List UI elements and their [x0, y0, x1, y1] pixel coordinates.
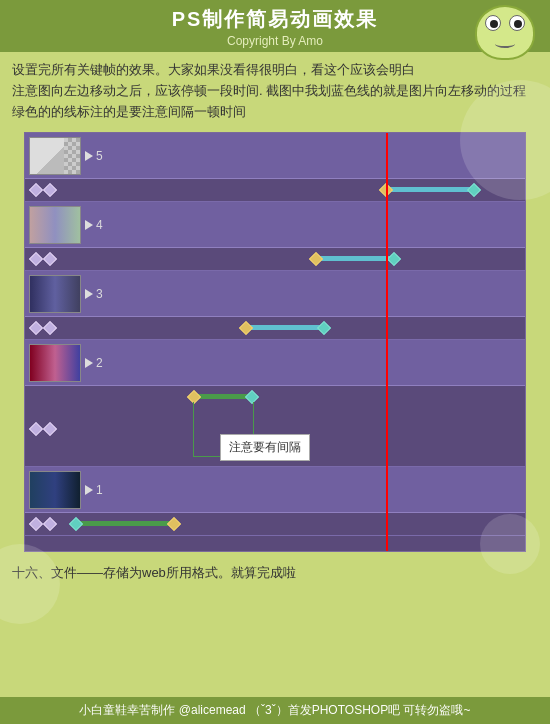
layer-1-triangle[interactable]: [85, 485, 93, 495]
layer-2-diamond-left-1[interactable]: [29, 422, 43, 436]
layer-2-diamond-end[interactable]: [245, 390, 259, 404]
layer-4-diamond-end[interactable]: [387, 252, 401, 266]
layer-3-diamond-left-1[interactable]: [29, 321, 43, 335]
bottom-bar-text: 小白童鞋幸苦制作 @alicemead （ˇ3ˇ）首发PHOTOSHOP吧 可转…: [79, 703, 470, 717]
layer-5-diamond-end[interactable]: [467, 183, 481, 197]
layer-row-1: 1: [25, 467, 525, 536]
layer-row-4: 4: [25, 202, 525, 271]
layer-3-bar: [245, 325, 325, 330]
layer-1-diamond-left-1[interactable]: [29, 517, 43, 531]
layer-1-diamond-start[interactable]: [69, 517, 83, 531]
timeline-container: 5 4: [24, 132, 526, 552]
layer-3-diamond-start[interactable]: [239, 321, 253, 335]
layer-5-diamond-left-2[interactable]: [43, 183, 57, 197]
layer-1-diamond-left-2[interactable]: [43, 517, 57, 531]
layer-2-diamond-left-2[interactable]: [43, 422, 57, 436]
layer-5-triangle[interactable]: [85, 151, 93, 161]
intro-section: 设置完所有关键帧的效果。大家如果没看得很明白，看这个应该会明白 注意图向左边移动…: [0, 52, 550, 126]
header-title: PS制作简易动画效果: [172, 8, 379, 30]
layer-1-bar: [75, 521, 175, 526]
layer-3-diamond-left-2[interactable]: [43, 321, 57, 335]
layer-1-diamond-end[interactable]: [167, 517, 181, 531]
header: PS制作简易动画效果 Copyright By Amo: [0, 0, 550, 52]
note-box: 注意要有间隔: [220, 434, 310, 461]
layer-5-diamond-left-1[interactable]: [29, 183, 43, 197]
layer-2-diamond-start[interactable]: [187, 390, 201, 404]
layer-2-thumb: [29, 344, 81, 382]
layer-4-triangle[interactable]: [85, 220, 93, 230]
timeline-area: 5 4: [12, 132, 538, 552]
layer-2-number: 2: [96, 356, 103, 370]
note-line-vertical: [193, 402, 194, 457]
intro-line1: 设置完所有关键帧的效果。大家如果没看得很明白，看这个应该会明白: [12, 62, 415, 77]
layer-3-thumb: [29, 275, 81, 313]
layer-row-5: 5: [25, 133, 525, 202]
layer-1-thumb: [29, 471, 81, 509]
intro-line3: 绿色的的线标注的是要注意间隔一顿时间: [12, 104, 246, 119]
layer-4-thumb: [29, 206, 81, 244]
layer-4-diamond-left-1[interactable]: [29, 252, 43, 266]
bottom-bar: 小白童鞋幸苦制作 @alicemead （ˇ3ˇ）首发PHOTOSHOP吧 可转…: [0, 697, 550, 724]
header-copyright: Copyright By Amo: [227, 34, 323, 48]
layer-5-bar: [385, 187, 475, 192]
frog-decoration: [470, 5, 540, 65]
layer-2-triangle[interactable]: [85, 358, 93, 368]
layer-row-2: 2 注意要有间隔: [25, 340, 525, 467]
note-line-horizontal: [193, 456, 223, 457]
red-line: [386, 133, 388, 551]
layer-4-diamond-start[interactable]: [309, 252, 323, 266]
footer-section: 十六、文件——存储为web所用格式。就算完成啦: [0, 558, 550, 586]
layer-3-diamond-end[interactable]: [317, 321, 331, 335]
note-text: 注意要有间隔: [229, 440, 301, 454]
layer-row-3: 3: [25, 271, 525, 340]
layer-5-thumb: [29, 137, 81, 175]
layer-4-bar: [315, 256, 395, 261]
layer-4-diamond-left-2[interactable]: [43, 252, 57, 266]
layer-3-triangle[interactable]: [85, 289, 93, 299]
layer-3-number: 3: [96, 287, 103, 301]
layer-5-number: 5: [96, 149, 103, 163]
intro-line2: 注意图向左边移动之后，应该停顿一段时间. 截图中我划蓝色线的就是图片向左移动的过…: [12, 83, 526, 98]
layer-1-number: 1: [96, 483, 103, 497]
footer-text: 十六、文件——存储为web所用格式。就算完成啦: [12, 565, 296, 580]
layer-4-number: 4: [96, 218, 103, 232]
